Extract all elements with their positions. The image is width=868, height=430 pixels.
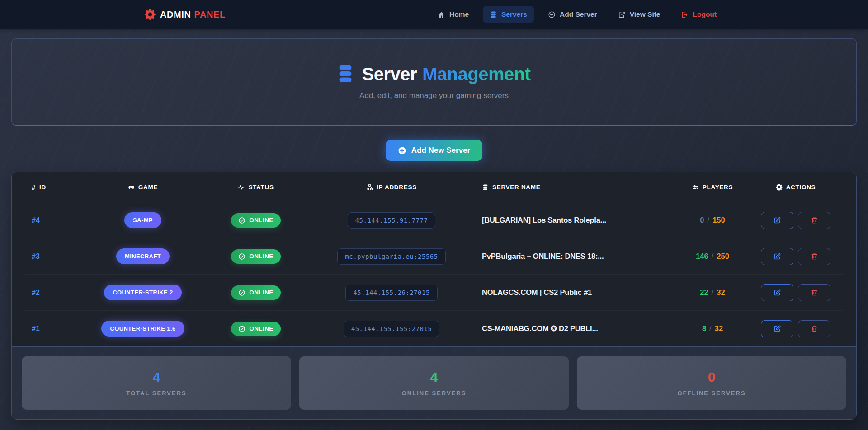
add-new-server-button[interactable]: Add New Server	[386, 140, 482, 161]
stat-value: 4	[430, 369, 438, 385]
check-circle-icon	[238, 253, 245, 260]
players-separator: /	[712, 288, 714, 297]
database-icon	[482, 184, 489, 191]
table-row: #4SA-MPONLINE45.144.155.91:7777[BULGARIA…	[25, 202, 843, 238]
players-current: 22	[700, 288, 708, 297]
col-header-actions: ACTIONS	[749, 184, 843, 191]
ip-address: mc.pvpbulgaria.eu:25565	[337, 248, 445, 265]
players-separator: /	[708, 216, 710, 224]
hero-card: ServerManagement Add, edit, and manage y…	[11, 38, 857, 126]
nav-link-label: Servers	[501, 10, 527, 19]
title-accent: Management	[422, 64, 531, 84]
brand-panel-text: PANEL	[194, 9, 226, 20]
activity-icon	[238, 184, 245, 191]
hash-icon: #	[32, 183, 36, 191]
brand: ADMIN PANEL	[145, 9, 226, 20]
nav-link-label: Logout	[693, 10, 717, 19]
game-badge: COUNTER-STRIKE 2	[104, 285, 182, 300]
table-row: #1COUNTER-STRIKE 1.6ONLINE45.144.155.155…	[25, 310, 843, 346]
server-name: NOLAGCS.COM | CS2 Public #1	[482, 288, 592, 297]
players-max: 250	[717, 252, 729, 261]
stat-label: ONLINE SERVERS	[402, 390, 467, 397]
add-button-label: Add New Server	[411, 146, 470, 155]
trash-icon	[811, 325, 818, 332]
players-separator: /	[709, 324, 712, 333]
table-row: #3MINECRAFTONLINEmc.pvpbulgaria.eu:25565…	[25, 238, 843, 274]
col-header-id: #ID	[25, 183, 75, 191]
edit-icon	[774, 252, 781, 260]
edit-server-button[interactable]	[761, 212, 793, 229]
plus-circle-icon	[398, 146, 406, 155]
col-header-server-name: SERVER NAME	[482, 184, 676, 191]
players-count: 8/32	[676, 324, 749, 333]
col-header-status: STATUS	[211, 184, 301, 191]
players-max: 150	[712, 216, 725, 224]
stat-label: OFFLINE SERVERS	[677, 390, 745, 397]
status-badge: ONLINE	[231, 249, 280, 264]
players-separator: /	[712, 252, 714, 261]
page-subtitle: Add, edit, and manage your gaming server…	[359, 91, 509, 100]
delete-server-button[interactable]	[798, 212, 830, 229]
server-name: PvPBulgaria – ONLINE: DNES 18:...	[482, 252, 604, 261]
stat-card-total-servers: 4TOTAL SERVERS	[22, 356, 291, 410]
server-name: [BULGARIAN] Los Santos Rolepla...	[482, 216, 606, 224]
title-primary: Server	[362, 64, 417, 84]
nav-link-label: Add Server	[560, 10, 597, 19]
edit-icon	[774, 289, 781, 296]
check-circle-icon	[238, 289, 245, 296]
database-icon	[490, 11, 497, 19]
nav-link-view-site[interactable]: View Site	[611, 6, 667, 23]
col-header-players: PLAYERS	[676, 184, 749, 191]
game-badge: COUNTER-STRIKE 1.6	[101, 321, 184, 337]
nav-link-add-server[interactable]: Add Server	[541, 6, 604, 23]
players-current: 146	[696, 252, 708, 261]
home-icon	[438, 11, 445, 19]
table-row: #2COUNTER-STRIKE 2ONLINE45.144.155.26:27…	[25, 274, 843, 310]
edit-server-button[interactable]	[761, 320, 793, 337]
delete-server-button[interactable]	[798, 248, 830, 265]
edit-server-button[interactable]	[761, 284, 793, 301]
players-max: 32	[717, 288, 725, 297]
nav-links: HomeServersAdd ServerView SiteLogout	[431, 6, 723, 23]
ip-address: 45.144.155.26:27015	[345, 285, 438, 301]
edit-icon	[774, 325, 781, 332]
nav-link-home[interactable]: Home	[431, 6, 476, 23]
trash-icon	[811, 289, 818, 296]
brand-admin-text: ADMIN	[160, 9, 191, 20]
trash-icon	[811, 252, 818, 260]
players-count: 0/150	[676, 216, 749, 224]
nav-link-servers[interactable]: Servers	[483, 6, 534, 23]
servers-table: #IDGAMESTATUSIP ADDRESSSERVER NAMEPLAYER…	[12, 172, 856, 346]
status-badge: ONLINE	[231, 285, 280, 300]
stats-section: 4TOTAL SERVERS4ONLINE SERVERS0OFFLINE SE…	[12, 346, 856, 419]
server-id: #3	[32, 252, 40, 261]
trash-icon	[811, 216, 818, 224]
edit-server-button[interactable]	[761, 248, 793, 265]
external-link-icon	[618, 11, 626, 19]
stat-value: 0	[708, 369, 716, 385]
nav-link-label: View Site	[630, 10, 660, 19]
network-icon	[366, 184, 373, 191]
check-circle-icon	[238, 217, 245, 224]
nav-link-logout[interactable]: Logout	[674, 6, 723, 23]
status-badge: ONLINE	[231, 213, 280, 228]
players-max: 32	[715, 324, 723, 333]
nav-link-label: Home	[449, 10, 469, 19]
navbar: ADMIN PANEL HomeServersAdd ServerView Si…	[0, 0, 868, 29]
delete-server-button[interactable]	[798, 284, 830, 301]
delete-server-button[interactable]	[798, 320, 830, 337]
stat-card-online-servers: 4ONLINE SERVERS	[299, 356, 569, 410]
players-count: 22/32	[676, 288, 749, 297]
players-current: 0	[700, 216, 704, 224]
users-icon	[692, 184, 699, 191]
gamepad-icon	[128, 184, 135, 191]
page-title: ServerManagement	[337, 64, 530, 84]
ip-address: 45.144.155.91:7777	[348, 212, 436, 229]
stat-label: TOTAL SERVERS	[126, 390, 186, 397]
ip-address: 45.144.155.155:27015	[344, 321, 440, 337]
col-header-ip-address: IP ADDRESS	[301, 184, 482, 191]
server-id: #4	[32, 216, 40, 224]
edit-icon	[774, 216, 781, 224]
players-count: 146/250	[676, 252, 749, 261]
game-badge: SA-MP	[124, 212, 161, 228]
